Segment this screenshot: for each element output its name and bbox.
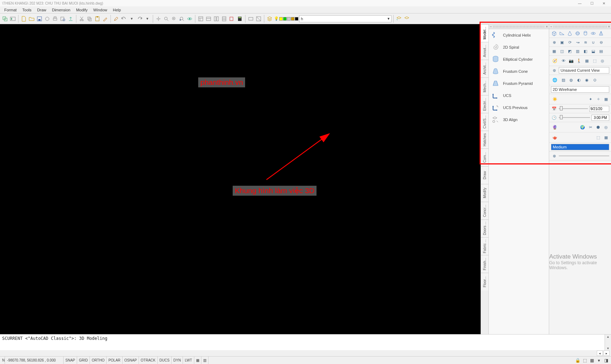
dropdown-icon[interactable]: ▾ — [128, 15, 135, 22]
toggle-lwt[interactable]: LWT — [183, 357, 194, 364]
tool-icon[interactable]: ✦ — [587, 96, 594, 102]
toggle-otrack[interactable]: OTRACK — [139, 357, 158, 364]
tray-icon[interactable]: ▦ — [589, 358, 595, 363]
camera-icon[interactable]: 📷 — [568, 58, 574, 64]
tool-icon[interactable]: ◩ — [567, 48, 573, 54]
box-icon[interactable] — [551, 30, 557, 37]
vtab-fabric[interactable]: Fabric ... — [481, 237, 488, 255]
date-slider[interactable] — [559, 106, 588, 111]
status-icon[interactable]: ▥ — [201, 357, 209, 364]
close-icon[interactable]: × — [608, 25, 610, 28]
zoom-prev-icon[interactable] — [178, 15, 185, 22]
match-icon[interactable] — [102, 15, 109, 22]
tool-icon[interactable]: ▦ — [584, 58, 590, 64]
materials-icon[interactable]: 🔮 — [551, 123, 559, 131]
undo-icon[interactable] — [120, 15, 128, 22]
publish-icon[interactable] — [67, 15, 74, 22]
compass-icon[interactable]: 🧭 — [551, 57, 559, 65]
toggle-ortho[interactable]: ORTHO — [90, 357, 107, 364]
vtab-architectural[interactable]: Archit... — [481, 60, 488, 77]
close-icon[interactable]: × — [546, 25, 548, 28]
subtract-icon[interactable]: ⊖ — [598, 39, 604, 45]
menu-draw[interactable]: Draw — [34, 7, 49, 13]
palette-header[interactable]: − × — [489, 24, 549, 29]
scroll-left-icon[interactable]: ◂ — [597, 351, 603, 356]
sun-icon[interactable]: ☀️ — [551, 95, 559, 103]
layer-dropdown[interactable]: h ▾ — [299, 15, 391, 22]
section-icon[interactable]: ▦ — [551, 48, 557, 54]
tool-icon[interactable]: ◎ — [603, 124, 609, 130]
vtab-concrete[interactable]: Concr... — [481, 202, 488, 219]
tool-icon[interactable]: ✂ — [587, 124, 594, 130]
tool-icon[interactable]: ▤ — [598, 48, 604, 54]
ssm-icon[interactable] — [221, 15, 228, 22]
tray-icon[interactable]: ▾ — [596, 358, 602, 363]
collapse-icon[interactable]: − — [490, 25, 492, 28]
scroll-right-icon[interactable]: ▸ — [604, 351, 610, 356]
tool-icon[interactable]: ⬢ — [595, 124, 601, 130]
tray-icon[interactable]: 🔒 — [575, 358, 580, 363]
palette-item-fpyr[interactable]: Frustum Pyramid — [489, 77, 549, 89]
tool-icon[interactable]: ⊙ — [591, 77, 598, 83]
command-line[interactable]: SCURRENT <"AutoCAD Classic">: 3D Modelin… — [0, 335, 605, 350]
vtab-modeling[interactable]: Model... — [481, 24, 488, 42]
dropdown-icon[interactable]: ▾ — [144, 15, 151, 22]
vtab-modify[interactable]: Modify — [481, 184, 488, 202]
date-input[interactable] — [589, 106, 609, 112]
torus-icon[interactable] — [590, 30, 596, 37]
palette-item-ucs[interactable]: UCS — [489, 89, 549, 102]
time-slider[interactable] — [559, 115, 590, 120]
tool-icon[interactable]: ◉ — [584, 77, 590, 83]
palette-grip[interactable] — [493, 26, 544, 28]
teapot-icon[interactable]: 🫖 — [551, 134, 559, 141]
cut-icon[interactable] — [78, 15, 85, 22]
tool-icon[interactable]: ◍ — [568, 77, 574, 83]
print-icon[interactable] — [52, 15, 59, 22]
palette-item-3dalign[interactable]: 3D Align — [489, 114, 549, 126]
copy-icon[interactable] — [86, 15, 93, 22]
close-button[interactable]: ✕ — [599, 1, 609, 6]
toggle-ducs[interactable]: DUCS — [158, 357, 172, 364]
sweep-icon[interactable]: ↝ — [574, 39, 581, 45]
wedge-icon[interactable] — [559, 30, 565, 37]
tool-icon[interactable]: ⬓ — [590, 48, 596, 54]
tool-icon[interactable] — [255, 15, 262, 22]
palette-item-ellcyl[interactable]: Elliptical Cylinder — [489, 53, 549, 65]
vtab-doors[interactable]: Doors ... — [481, 219, 488, 237]
tool-icon[interactable]: ◎ — [599, 58, 606, 64]
loft-icon[interactable]: ≋ — [582, 39, 589, 45]
new-icon[interactable] — [20, 15, 27, 22]
toggle-osnap[interactable]: OSNAP — [123, 357, 139, 364]
extrude-icon[interactable]: ▣ — [559, 39, 565, 45]
toggle-grid[interactable]: GRID — [77, 357, 90, 364]
sphere-icon[interactable] — [574, 30, 581, 37]
model-space-icon[interactable]: ▦ — [194, 357, 201, 364]
menu-tools[interactable]: Tools — [20, 7, 34, 13]
render-quality-dropdown[interactable]: Medium — [551, 144, 609, 150]
vtab-floor[interactable]: Floor... — [481, 273, 488, 290]
vtab-mechanical[interactable]: Mech... — [481, 77, 488, 95]
home-icon[interactable]: ⊛ — [551, 67, 557, 74]
clock-icon[interactable]: 🕒 — [551, 114, 557, 121]
tool-icon[interactable]: ▥ — [574, 48, 581, 54]
toggle-dyn[interactable]: DYN — [172, 357, 183, 364]
tool-icon[interactable]: ✧ — [595, 96, 601, 102]
menu-format[interactable]: Format — [1, 7, 20, 13]
layer-state-icon[interactable] — [403, 15, 410, 22]
cone-icon[interactable] — [567, 30, 573, 37]
vtab-hatches[interactable]: Hatches — [481, 131, 488, 148]
collapse-icon[interactable]: − — [550, 25, 552, 28]
tool-icon[interactable] — [247, 15, 254, 22]
tray-icon[interactable]: ⬚ — [582, 358, 588, 363]
minimize-button[interactable]: — — [575, 1, 585, 6]
view-icon[interactable]: 👁 — [560, 58, 567, 64]
toggle-snap[interactable]: SNAP — [64, 357, 77, 364]
properties-icon[interactable] — [197, 15, 204, 22]
flatshot-icon[interactable]: ◫ — [559, 48, 565, 54]
command-vscroll[interactable]: ▴▾ — [605, 335, 611, 350]
maximize-button[interactable]: ☐ — [587, 1, 597, 6]
palette-item-spiral[interactable]: 2D Spiral — [489, 41, 549, 53]
calendar-icon[interactable]: 📅 — [551, 105, 557, 112]
revolve-icon[interactable]: ⟳ — [567, 39, 573, 45]
menu-window[interactable]: Window — [91, 7, 110, 13]
